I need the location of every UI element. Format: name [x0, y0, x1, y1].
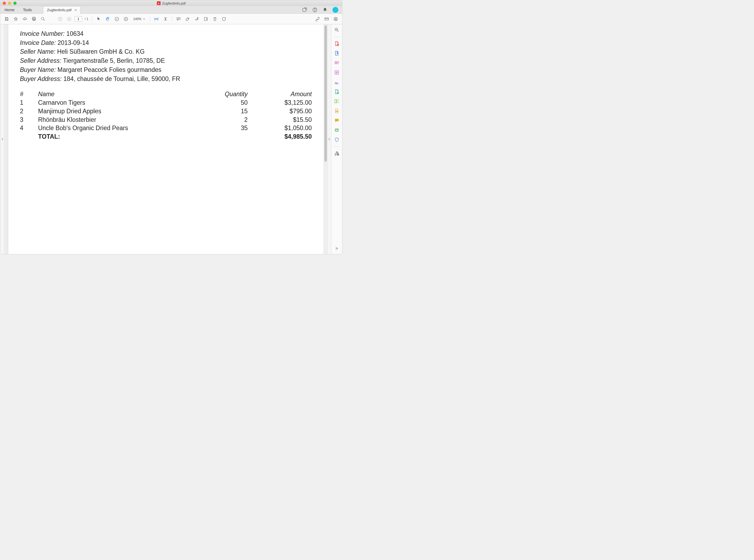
invoice-date-label: Invoice Date:: [20, 39, 56, 46]
protect-icon[interactable]: [334, 137, 340, 143]
export-pdf-icon[interactable]: [334, 50, 340, 56]
main-toolbar: / 1 140%: [0, 14, 342, 24]
print-icon[interactable]: [30, 15, 38, 23]
invoice-items-table: # Name Quantity Amount 1 Carnarvon Tiger…: [20, 90, 312, 141]
svg-point-14: [335, 18, 337, 19]
table-row: 2 Manjimup Dried Apples 15 $795.00: [20, 107, 312, 116]
next-page-icon[interactable]: [65, 15, 73, 23]
buyer-name-value: Margaret Peacock Folies gourmandes: [58, 66, 161, 73]
window-title: A ZugferdInfo.pdf: [157, 1, 185, 5]
account-icon[interactable]: [332, 15, 339, 23]
sign-icon[interactable]: [193, 15, 200, 23]
invoice-number-label: Invoice Number:: [20, 30, 65, 37]
fit-page-icon[interactable]: [162, 15, 169, 23]
cloud-upload-icon[interactable]: [21, 15, 28, 23]
close-tab-icon[interactable]: ✕: [74, 8, 77, 12]
home-tab[interactable]: Home: [0, 6, 19, 13]
buyer-address-value: 184, chaussée de Tournai, Lille, 59000, …: [63, 75, 180, 82]
tools-tab[interactable]: Tools: [19, 6, 36, 13]
left-panel-toggle[interactable]: [0, 24, 4, 254]
page-total-label: / 1: [84, 17, 89, 21]
invoice-number-value: 10634: [66, 30, 83, 37]
seller-address-label: Seller Address:: [20, 57, 61, 64]
organize-pages-icon[interactable]: [334, 69, 340, 75]
request-signatures-icon[interactable]: [334, 89, 340, 95]
scrollbar-thumb[interactable]: [324, 25, 327, 162]
document-tab[interactable]: ZugferdInfo.pdf ✕: [43, 6, 80, 14]
svg-rect-22: [335, 100, 337, 103]
nav-tabbar: Home Tools ZugferdInfo.pdf ✕: [0, 6, 342, 14]
total-label: TOTAL:: [38, 133, 205, 141]
link-share-icon[interactable]: [314, 15, 321, 23]
document-tab-label: ZugferdInfo.pdf: [47, 8, 72, 12]
delete-icon[interactable]: [211, 15, 219, 23]
sticky-note-icon[interactable]: [334, 118, 340, 123]
rotate-icon[interactable]: [220, 15, 228, 23]
user-avatar[interactable]: [333, 7, 338, 13]
more-tools-icon[interactable]: [334, 151, 340, 156]
seller-address-value: Tiergartenstraße 5, Berlin, 10785, DE: [63, 57, 165, 64]
col-header-qty: Quantity: [205, 90, 248, 99]
tools-rail: [332, 24, 342, 254]
expand-rail-icon[interactable]: [334, 245, 340, 252]
edit-pdf-icon[interactable]: [334, 60, 340, 66]
chevron-left-icon: [328, 138, 330, 141]
highlight-icon[interactable]: [184, 15, 191, 23]
compare-icon[interactable]: [334, 98, 340, 104]
svg-rect-24: [336, 111, 338, 112]
table-row: 4 Uncle Bob's Organic Dried Pears 35 $1,…: [20, 124, 312, 133]
fit-width-icon[interactable]: [153, 15, 160, 23]
svg-rect-0: [303, 8, 306, 12]
pdf-page: Invoice Number: 10634 Invoice Date: 2013…: [8, 24, 324, 254]
zoom-in-icon[interactable]: [122, 15, 130, 23]
close-window-button[interactable]: [3, 2, 6, 5]
svg-rect-19: [335, 71, 338, 74]
zoom-level-select[interactable]: 140%: [131, 16, 147, 22]
create-pdf-icon[interactable]: [334, 41, 340, 46]
svg-rect-17: [335, 61, 338, 62]
page-number-input[interactable]: [75, 16, 82, 22]
search-tool-icon[interactable]: [334, 27, 340, 33]
comment-icon[interactable]: [175, 15, 182, 23]
buyer-address-label: Buyer Address:: [20, 75, 62, 82]
svg-rect-25: [335, 129, 338, 131]
pdf-file-icon: A: [157, 1, 160, 5]
document-viewport[interactable]: Invoice Number: 10634 Invoice Date: 2013…: [4, 24, 327, 254]
svg-point-20: [336, 72, 338, 73]
svg-point-6: [41, 17, 44, 20]
help-icon[interactable]: [312, 7, 318, 13]
redact-icon[interactable]: [334, 108, 340, 114]
save-icon[interactable]: [3, 15, 11, 23]
stamp-icon[interactable]: [202, 15, 210, 23]
seller-name-label: Seller Name:: [20, 48, 56, 55]
optimize-icon[interactable]: [334, 127, 340, 133]
col-header-num: #: [20, 90, 38, 99]
table-total-row: TOTAL: $4,985.50: [20, 133, 312, 141]
col-header-name: Name: [38, 90, 205, 99]
window-titlebar: A ZugferdInfo.pdf: [0, 0, 342, 6]
prev-page-icon[interactable]: [56, 15, 64, 23]
zoom-window-button[interactable]: [13, 2, 17, 5]
table-row: 1 Carnarvon Tigers 50 $3,125.00: [20, 99, 312, 107]
svg-rect-11: [204, 17, 207, 21]
vertical-scrollbar[interactable]: [324, 24, 327, 254]
email-icon[interactable]: [323, 15, 330, 23]
selection-tool-icon[interactable]: [95, 15, 102, 23]
table-row: 3 Rhönbräu Klosterbier 2 $15.50: [20, 116, 312, 124]
chevron-down-icon: [143, 18, 145, 20]
acrobat-app-icon[interactable]: [302, 7, 307, 13]
fill-sign-icon[interactable]: [334, 79, 340, 85]
star-icon[interactable]: [12, 15, 20, 23]
col-header-amt: Amount: [248, 90, 312, 99]
minimize-window-button[interactable]: [8, 2, 11, 5]
window-title-text: ZugferdInfo.pdf: [162, 1, 185, 5]
zoom-out-icon[interactable]: [113, 15, 121, 23]
traffic-lights: [0, 2, 17, 5]
hand-tool-icon[interactable]: [104, 15, 112, 23]
find-icon[interactable]: [39, 15, 47, 23]
right-panel-toggle[interactable]: [327, 24, 332, 254]
svg-rect-5: [33, 19, 35, 21]
main-area: Invoice Number: 10634 Invoice Date: 2013…: [0, 24, 342, 254]
total-amount: $4,985.50: [248, 133, 312, 141]
notifications-icon[interactable]: [322, 7, 328, 13]
